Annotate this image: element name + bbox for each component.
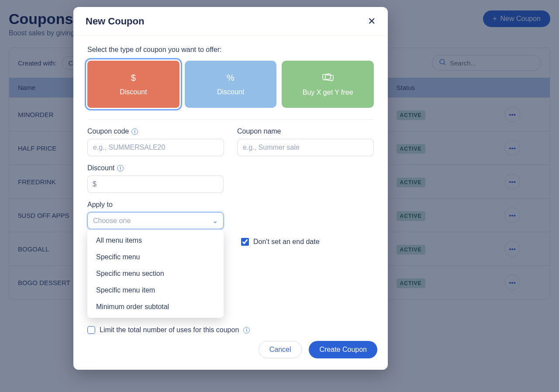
discount-label: Discount i — [87, 164, 374, 172]
apply-to-option[interactable]: All menu items — [87, 232, 224, 249]
new-coupon-modal: New Coupon ✕ Select the type of coupon y… — [73, 7, 388, 370]
percent-icon: % — [227, 73, 235, 83]
apply-to-option[interactable]: Specific menu — [87, 249, 224, 265]
chevron-down-icon: ⌄ — [212, 217, 218, 225]
apply-to-option[interactable]: Specific menu item — [87, 282, 224, 299]
coupon-type-bxgy[interactable]: Buy X get Y free — [282, 61, 374, 108]
info-icon[interactable]: i — [117, 165, 124, 172]
coupon-code-label: Coupon code i — [87, 127, 224, 135]
info-icon[interactable]: i — [131, 128, 138, 135]
close-button[interactable]: ✕ — [368, 16, 376, 27]
info-icon[interactable]: i — [243, 327, 250, 334]
limit-uses-label: Limit the total number of uses for this … — [100, 326, 239, 334]
type-prompt: Select the type of coupon you want to of… — [87, 46, 374, 54]
apply-to-label: Apply to — [87, 201, 374, 209]
ticket-icon — [322, 72, 334, 83]
cancel-button[interactable]: Cancel — [259, 341, 302, 358]
coupon-type-percent[interactable]: % Discount — [185, 61, 277, 108]
no-end-date-input[interactable] — [241, 238, 249, 246]
apply-to-placeholder: Choose one — [93, 217, 131, 225]
close-icon: ✕ — [368, 16, 376, 27]
create-coupon-button[interactable]: Create Coupon — [309, 341, 377, 358]
coupon-type-percent-label: Discount — [217, 88, 244, 96]
coupon-type-dollar[interactable]: $ Discount — [87, 61, 179, 108]
limit-uses-checkbox[interactable] — [87, 326, 95, 334]
currency-prefix: $ — [93, 180, 97, 188]
coupon-name-label: Coupon name — [237, 127, 374, 135]
discount-input[interactable] — [87, 175, 224, 193]
dollar-icon: $ — [131, 73, 136, 83]
coupon-type-dollar-label: Discount — [120, 88, 147, 96]
apply-to-dropdown: All menu itemsSpecific menuSpecific menu… — [87, 230, 224, 318]
apply-to-option[interactable]: Minimum order subtotal — [87, 299, 224, 315]
coupon-name-input[interactable] — [237, 139, 374, 156]
coupon-type-bxgy-label: Buy X get Y free — [303, 89, 353, 96]
svg-rect-3 — [325, 74, 333, 80]
modal-title: New Coupon — [86, 16, 144, 27]
apply-to-select[interactable]: Choose one ⌄ — [87, 212, 224, 229]
no-end-date-checkbox[interactable]: Don't set an end date — [241, 238, 320, 246]
apply-to-option[interactable]: Specific menu section — [87, 265, 224, 282]
coupon-code-input[interactable] — [87, 139, 224, 156]
no-end-date-label: Don't set an end date — [253, 238, 320, 246]
